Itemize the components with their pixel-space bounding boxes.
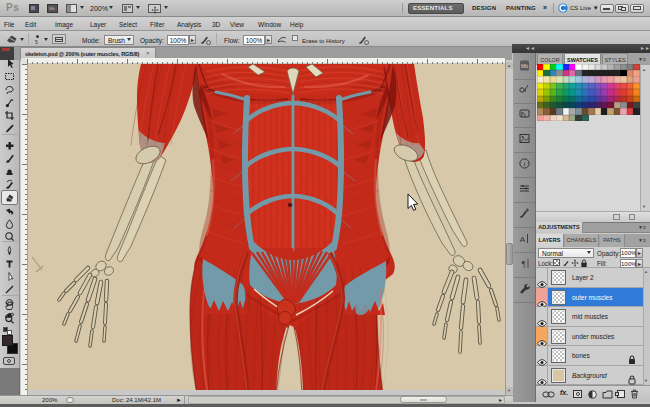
svg-text:A: A [520,235,526,244]
svg-text:i: i [524,160,526,168]
svg-text:¶: ¶ [522,260,526,269]
svg-text:Mb: Mb [521,63,528,69]
